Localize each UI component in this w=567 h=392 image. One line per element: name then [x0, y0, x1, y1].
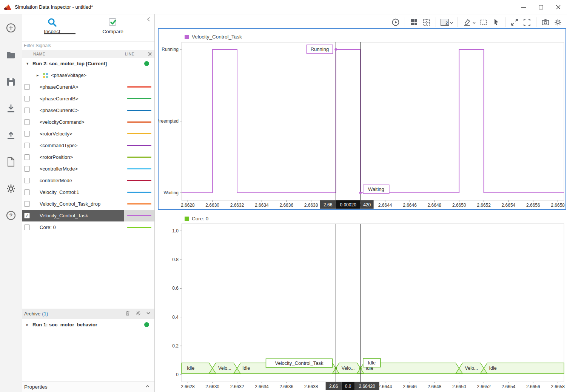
- export-icon[interactable]: [0, 121, 22, 148]
- archive-collapse-chevron-icon[interactable]: [146, 311, 151, 317]
- zoom-region-icon[interactable]: [479, 17, 488, 28]
- import-icon[interactable]: [0, 95, 22, 121]
- brush-icon[interactable]: [462, 17, 476, 28]
- signal-line-style[interactable]: [124, 93, 154, 105]
- signal-checkbox[interactable]: [24, 96, 30, 101]
- signal-checkbox[interactable]: [24, 131, 30, 137]
- signal-line-style[interactable]: [124, 105, 154, 116]
- signal-line-style[interactable]: [124, 140, 154, 151]
- signal-checkbox[interactable]: [24, 84, 30, 90]
- delete-archive-icon[interactable]: [125, 311, 130, 317]
- svg-text:0.6: 0.6: [172, 286, 179, 291]
- signal-row[interactable]: Velocity_Control:1: [22, 186, 154, 198]
- signal-line-style[interactable]: [124, 163, 154, 175]
- subplot-2-legend[interactable]: Core: 0: [185, 216, 208, 221]
- expander-icon[interactable]: ▸: [26, 322, 31, 327]
- add-run-icon[interactable]: [0, 14, 22, 41]
- compare-icon: [108, 17, 118, 27]
- minimize-icon[interactable]: [515, 0, 532, 14]
- open-icon[interactable]: [0, 41, 22, 68]
- signal-checkbox[interactable]: [24, 201, 30, 207]
- subplot-1[interactable]: Velocity_Control_Task RunningPreemptedWa…: [158, 28, 566, 210]
- edit-grid-icon[interactable]: [422, 17, 431, 28]
- tab-inspect[interactable]: Inspect: [29, 17, 75, 34]
- legend-swatch: [185, 217, 189, 221]
- signal-checkbox[interactable]: [24, 108, 30, 113]
- signal-line-style[interactable]: [124, 151, 154, 163]
- signal-row[interactable]: <controllerMode>: [22, 163, 154, 175]
- preferences-gear-icon[interactable]: [0, 175, 22, 202]
- column-name-header[interactable]: NAME: [33, 52, 45, 56]
- expander-icon[interactable]: ▸: [37, 73, 41, 78]
- grid-layout-icon[interactable]: [410, 17, 419, 28]
- signal-row[interactable]: controllerMode: [22, 175, 154, 186]
- task-state-plot-canvas[interactable]: RunningPreemptedWaiting2.66282.66302.663…: [159, 29, 565, 209]
- svg-text:0: 0: [176, 372, 179, 377]
- svg-text:0.00020: 0.00020: [340, 202, 356, 208]
- signal-checkbox[interactable]: [24, 178, 30, 183]
- svg-text:2.6652: 2.6652: [477, 203, 491, 208]
- signal-checkbox[interactable]: [24, 166, 30, 172]
- properties-bar[interactable]: Properties: [22, 381, 154, 392]
- signal-row[interactable]: <rotorPosition>: [22, 151, 154, 163]
- signal-line-style[interactable]: [124, 198, 154, 210]
- create-report-icon[interactable]: [0, 148, 22, 175]
- signal-line-style[interactable]: [124, 81, 154, 93]
- signal-checkbox[interactable]: ✓: [24, 213, 30, 218]
- signal-row[interactable]: <velocityCommand>: [22, 116, 154, 128]
- core-activity-plot-canvas[interactable]: 1.00.80.60.40.202.66282.66302.66322.6634…: [158, 211, 567, 392]
- signal-row[interactable]: <phaseCurrentC>: [22, 105, 154, 116]
- fit-to-view-icon[interactable]: [510, 17, 519, 28]
- signal-line-style[interactable]: [124, 128, 154, 140]
- archive-settings-gear-icon[interactable]: [136, 311, 141, 317]
- signal-checkbox[interactable]: [24, 224, 30, 230]
- signal-checkbox[interactable]: [24, 154, 30, 160]
- svg-text:0.0: 0.0: [345, 384, 351, 389]
- signal-row[interactable]: <phaseCurrentB>: [22, 93, 154, 105]
- playback-icon[interactable]: [391, 17, 400, 28]
- expander-icon[interactable]: ▾: [26, 61, 31, 66]
- column-line-header[interactable]: LINE: [125, 52, 134, 56]
- signal-group-row[interactable]: ▸ <phaseVoltage>: [22, 69, 154, 81]
- signal-row[interactable]: ✓Velocity_Control_Task: [22, 210, 154, 221]
- signal-line-style[interactable]: [124, 221, 154, 233]
- run-row-current[interactable]: ▾ Run 2: soc_motor_top [Current]: [22, 58, 154, 69]
- maximize-plot-icon[interactable]: [522, 17, 532, 28]
- svg-text:2.6636: 2.6636: [279, 384, 293, 389]
- archive-header[interactable]: Archive (1): [22, 309, 154, 319]
- column-settings-gear-icon[interactable]: [147, 51, 153, 57]
- signal-row[interactable]: Core: 0: [22, 221, 154, 233]
- snapshot-camera-icon[interactable]: [541, 17, 550, 28]
- subplot-count: 2: [441, 19, 449, 26]
- signal-row[interactable]: <phaseCurrentA>: [22, 81, 154, 93]
- signal-line-style[interactable]: [124, 175, 154, 186]
- signal-line-style[interactable]: [124, 210, 154, 221]
- signal-line-style[interactable]: [124, 186, 154, 198]
- svg-text:2.6630: 2.6630: [205, 384, 219, 389]
- settings-gear-icon[interactable]: [553, 17, 562, 28]
- properties-collapse-chevron-icon[interactable]: [145, 384, 150, 390]
- close-icon[interactable]: [550, 0, 567, 14]
- svg-text:Running: Running: [311, 46, 329, 52]
- signal-row[interactable]: <commandType>: [22, 140, 154, 151]
- subplot-1-legend[interactable]: Velocity_Control_Task: [185, 34, 242, 40]
- run-row-archived[interactable]: ▸ Run 1: soc_motor_behavior: [22, 319, 154, 331]
- svg-text:Idle: Idle: [242, 366, 250, 371]
- signal-checkbox[interactable]: [24, 119, 30, 125]
- tab-compare[interactable]: Compare: [90, 17, 136, 34]
- collapse-sidebar-icon[interactable]: [145, 16, 151, 23]
- save-icon[interactable]: [0, 68, 22, 95]
- signal-checkbox[interactable]: [24, 189, 30, 195]
- signal-line-style[interactable]: [124, 116, 154, 128]
- signal-row[interactable]: Velocity_Control_Task_drop: [22, 198, 154, 210]
- help-icon[interactable]: ?: [0, 202, 22, 229]
- signal-checkbox[interactable]: [24, 143, 30, 148]
- maximize-icon[interactable]: [532, 0, 550, 14]
- pointer-icon[interactable]: [492, 17, 501, 28]
- svg-text:2.66: 2.66: [324, 202, 333, 208]
- signal-row[interactable]: <rotorVelocity>: [22, 128, 154, 140]
- svg-text:2.6638: 2.6638: [304, 203, 318, 208]
- filter-signals-input[interactable]: Filter Signals: [22, 42, 154, 50]
- subplot-2[interactable]: Core: 0 1.00.80.60.40.202.66282.66302.66…: [158, 211, 567, 392]
- subplots-dropdown[interactable]: 2: [441, 17, 453, 28]
